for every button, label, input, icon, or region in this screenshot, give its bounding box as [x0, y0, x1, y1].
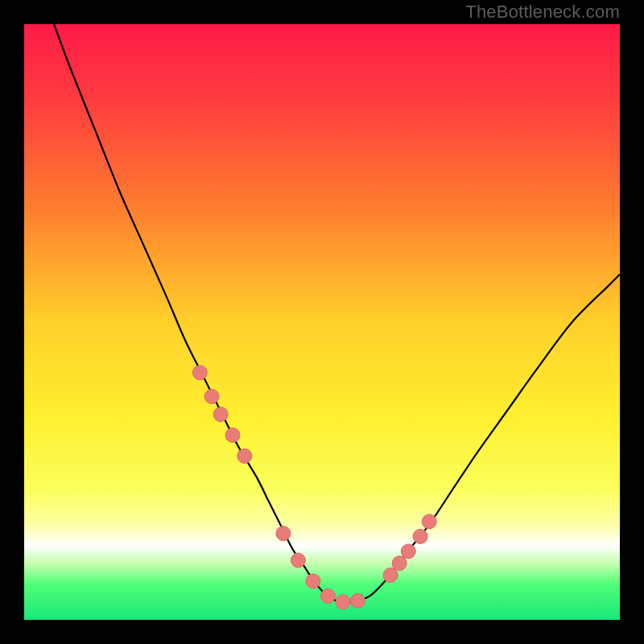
- gradient-background: [24, 24, 620, 620]
- marker-dot: [383, 568, 398, 583]
- marker-dot: [213, 407, 228, 422]
- watermark-text: TheBottleneck.com: [465, 2, 620, 23]
- marker-dot: [225, 428, 240, 443]
- marker-dot: [336, 595, 350, 609]
- marker-dot: [422, 514, 436, 529]
- marker-dot: [192, 365, 207, 380]
- marker-dot: [320, 588, 335, 603]
- outer-frame: TheBottleneck.com: [0, 0, 644, 644]
- marker-dot: [401, 544, 415, 559]
- marker-dot: [204, 390, 219, 404]
- marker-dot: [237, 449, 252, 464]
- marker-dot: [392, 556, 407, 571]
- marker-dot: [306, 574, 320, 588]
- plot-area: [24, 24, 620, 620]
- marker-dot: [413, 529, 427, 543]
- marker-dot: [350, 593, 365, 608]
- chart-svg: [24, 24, 620, 620]
- marker-dot: [291, 553, 305, 568]
- marker-dot: [276, 526, 291, 541]
